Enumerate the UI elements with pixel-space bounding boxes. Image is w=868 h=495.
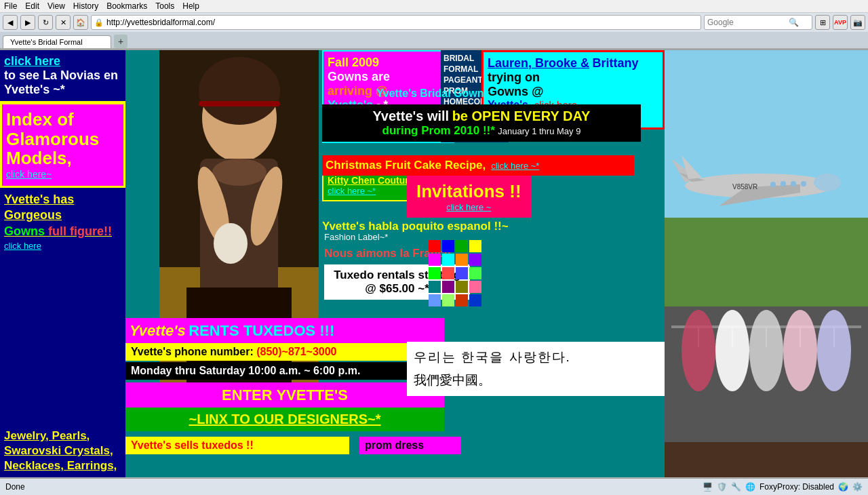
sells-tux-block: Yvette's sells tuxedos !! xyxy=(125,437,349,454)
gowns-are-text: Gowns are xyxy=(328,70,449,84)
status-icon-6: ⚙️ xyxy=(852,482,863,492)
dress-photo-svg xyxy=(665,306,868,477)
back-button[interactable]: ◀ xyxy=(3,15,18,30)
trying-on-text: trying on xyxy=(488,71,540,84)
fall-title: Fall 2009 xyxy=(328,56,449,70)
search-input[interactable] xyxy=(707,18,789,27)
menu-tools[interactable]: Tools xyxy=(155,1,174,11)
svg-rect-4 xyxy=(199,101,280,106)
status-done: Done xyxy=(5,482,25,492)
search-icon[interactable]: 🔍 xyxy=(789,18,799,27)
stop-button[interactable]: ✕ xyxy=(56,15,71,30)
rents-tuxedos-block: Yvette's RENTS TUXEDOS !!! xyxy=(125,318,444,344)
active-tab[interactable]: Yvette's Bridal Formal xyxy=(3,35,111,48)
during-text: during Prom 2010 !!* xyxy=(382,124,495,137)
sidebar-novias-text: to see La Novias en Yvette's ~* xyxy=(4,68,118,96)
status-icon-2: 🛡️ xyxy=(717,482,727,492)
xmas-text: Christmas Fruit Cake Recipe, xyxy=(326,159,486,172)
gorgeous-link[interactable]: Gorgeous xyxy=(4,207,121,223)
open-banner: Yvette's will be OPEN EVERY DAY during P… xyxy=(322,104,641,142)
korean-block: 우리는 한국을 사랑한다. 我們愛中國。 xyxy=(407,342,665,396)
invitations-click-link[interactable]: click here ~ xyxy=(416,202,521,212)
xmas-click-link[interactable]: click here ~* xyxy=(491,161,539,171)
invitations-block: Invitations !! click here ~ xyxy=(407,176,531,218)
phone-block: Yvette's phone number: (850)~871~3000 xyxy=(125,343,444,361)
svg-point-18 xyxy=(770,182,776,187)
yvettes-will-text: Yvette's will xyxy=(373,108,450,123)
gowns-at-text: Gowns @ xyxy=(488,85,544,98)
gorgeous-gowns-block: Yvette's has Gorgeous Gowns full figure!… xyxy=(0,188,125,424)
chinese-text: 我們愛中國。 xyxy=(414,372,658,389)
reload-button[interactable]: ↻ xyxy=(38,15,53,30)
left-sidebar: click here to see La Novias en Yvette's … xyxy=(0,50,125,477)
svg-point-6 xyxy=(212,159,267,186)
prom-dress-block: prom dress xyxy=(359,437,461,454)
linx-block: ~LINX TO OUR DESIGNERS~* xyxy=(125,408,444,431)
airplane-area: V858VR xyxy=(665,50,868,308)
enter-link[interactable]: ENTER YVETTE'S xyxy=(222,387,348,403)
phone-number: (850)~871~3000 xyxy=(256,346,336,357)
index-glamorous-block: Index of Glamorous Models, click here~ xyxy=(0,102,125,188)
avp-button[interactable]: AVP xyxy=(833,15,848,30)
korean-text: 우리는 한국을 사랑한다. xyxy=(414,349,658,366)
home-button[interactable]: 🏠 xyxy=(73,15,88,30)
svg-point-21 xyxy=(801,181,806,186)
svg-point-33 xyxy=(817,310,851,391)
svg-point-27 xyxy=(715,310,749,391)
menu-edit[interactable]: Edit xyxy=(25,1,39,11)
status-icon-5: 🌍 xyxy=(838,482,848,492)
search-bar[interactable]: 🔍 xyxy=(704,15,812,30)
svg-point-29 xyxy=(749,310,783,391)
foxyproxy-text: FoxyProxy: Disabled xyxy=(760,482,834,492)
new-tab-button[interactable]: + xyxy=(114,35,127,48)
phone-label: Yvette's phone number: xyxy=(131,346,254,357)
index-glamorous-link[interactable]: Index of Glamorous Models, xyxy=(6,110,119,168)
svg-point-9 xyxy=(214,223,248,264)
hours-block: Monday thru Saturday 10:00 a.m. ~ 6:00 p… xyxy=(125,362,444,380)
menu-file[interactable]: File xyxy=(4,1,17,11)
svg-point-20 xyxy=(791,181,796,186)
status-icons: 🖥️ 🛡️ 🔧 🌐 FoxyProxy: Disabled 🌍 ⚙️ xyxy=(703,482,863,492)
gowns-text: Gowns xyxy=(4,224,45,238)
camera-button[interactable]: 📷 xyxy=(850,15,865,30)
xmas-block: Christmas Fruit Cake Recipe, click here … xyxy=(322,155,634,176)
menu-bookmarks[interactable]: Bookmarks xyxy=(106,1,147,11)
be-open-text: be OPEN EVERY DAY xyxy=(452,108,591,123)
svg-point-25 xyxy=(682,310,715,391)
status-icon-4: 🌐 xyxy=(745,482,755,492)
linx-link[interactable]: ~LINX TO OUR DESIGNERS~* xyxy=(189,412,380,427)
color-grid-decoration xyxy=(429,240,481,306)
dress-area xyxy=(665,306,868,477)
click-here-novias-link[interactable]: click here xyxy=(4,54,121,68)
page-content: click here to see La Novias en Yvette's … xyxy=(0,50,868,477)
lauren-names-link[interactable]: Lauren, Brooke & xyxy=(488,56,589,70)
menu-bar: File Edit View History Bookmarks Tools H… xyxy=(0,0,868,13)
forward-button[interactable]: ▶ xyxy=(20,15,35,30)
menu-help[interactable]: Help xyxy=(182,1,199,11)
enter-block: ENTER YVETTE'S xyxy=(125,382,444,408)
url-input[interactable] xyxy=(106,18,698,27)
status-icon-3: 🔧 xyxy=(731,482,741,492)
invitations-text: Invitations !! xyxy=(416,181,521,202)
fashion-label-text: Fashion Label~* xyxy=(324,232,388,242)
svg-point-31 xyxy=(783,310,817,391)
yvettes-has-link[interactable]: Yvette's has xyxy=(4,192,121,207)
index-click-link[interactable]: click here~ xyxy=(6,169,52,180)
svg-text:V858VR: V858VR xyxy=(732,183,757,191)
grid-view-button[interactable]: ⊞ xyxy=(815,15,830,30)
dates-text: January 1 thru May 9 xyxy=(498,126,580,136)
airplane-svg: V858VR xyxy=(665,118,854,240)
gorgeous-click-link[interactable]: click here xyxy=(4,241,41,251)
svg-point-15 xyxy=(814,174,841,191)
sidebar-novias-block: click here to see La Novias en Yvette's … xyxy=(0,50,125,102)
toolbar: ◀ ▶ ↻ ✕ 🏠 🔒 🔍 ⊞ AVP 📷 xyxy=(0,13,868,32)
svg-point-3 xyxy=(199,57,280,125)
rents1-text: Yvette's xyxy=(130,322,186,339)
jewelry-link[interactable]: Jewelry, Pearls, Swarovski Crystals, Nec… xyxy=(4,429,121,473)
menu-view[interactable]: View xyxy=(47,1,65,11)
url-bar[interactable]: 🔒 xyxy=(91,15,701,30)
gowns-link[interactable]: Gowns full figure!! xyxy=(4,224,121,239)
menu-history[interactable]: History xyxy=(73,1,98,11)
jewelry-block: Jewelry, Pearls, Swarovski Crystals, Nec… xyxy=(0,424,125,477)
svg-point-19 xyxy=(781,181,786,186)
